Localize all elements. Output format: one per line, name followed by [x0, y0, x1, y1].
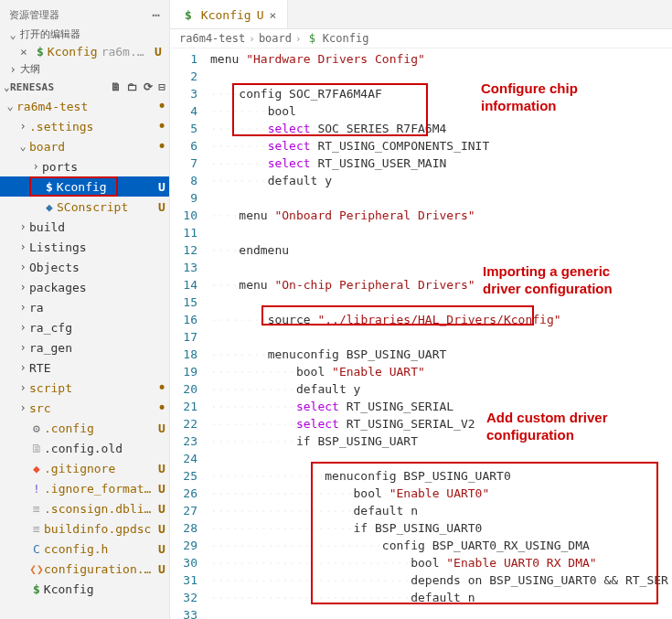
tree-label: ra_gen	[29, 341, 167, 355]
tree-label: .gitignore	[44, 462, 153, 475]
tree-folder[interactable]: ›Listings	[0, 237, 169, 257]
outline-label: 大纲	[20, 62, 40, 76]
tree-label: RTE	[29, 361, 167, 375]
tree-label: board	[29, 140, 153, 154]
more-actions-icon[interactable]: ⋯	[153, 7, 160, 22]
crumb[interactable]: Kconfig	[323, 32, 369, 45]
tree-file[interactable]: ◆ SConscript U	[0, 197, 169, 217]
git-status-badge: U	[156, 542, 167, 556]
tree-folder[interactable]: ›ra	[0, 297, 169, 317]
git-status-badge: •	[156, 383, 167, 392]
chevron-right-icon: ›	[16, 120, 29, 133]
open-editors-header[interactable]: ⌄ 打开的编辑器	[0, 26, 169, 43]
tab-kconfig[interactable]: $ Kconfig U ×	[170, 0, 288, 28]
tree-label: .sconsign.dblite	[44, 502, 153, 516]
file-icon: ≡	[29, 502, 44, 516]
chevron-right-icon: ›	[16, 301, 29, 314]
tree-label: SConscript	[57, 200, 153, 214]
tree-folder-root[interactable]: ⌄ ra6m4-test •	[0, 96, 169, 116]
outline-header[interactable]: › 大纲	[0, 60, 169, 78]
git-status-badge: U	[156, 482, 167, 496]
chevron-right-icon: ›	[295, 33, 302, 45]
file-icon: 🗎	[29, 442, 44, 455]
chevron-down-icon: ⌄	[4, 100, 16, 112]
git-status-badge: •	[156, 142, 167, 151]
chevron-right-icon: ›	[16, 341, 29, 354]
refresh-icon[interactable]: ⟳	[144, 80, 153, 93]
project-name: RENESAS	[10, 81, 54, 93]
open-file-path: ra6m...	[101, 45, 149, 59]
new-folder-icon[interactable]: 🗀	[127, 80, 138, 93]
file-icon: ≡	[29, 522, 44, 536]
file-icon: $	[309, 32, 315, 45]
tree-label: ports	[42, 160, 167, 174]
git-icon: ◆	[29, 462, 44, 475]
breadcrumb[interactable]: ra6m4-test › board › $ Kconfig	[170, 29, 672, 48]
tree-file[interactable]: ⚙.configU	[0, 418, 169, 438]
yaml-icon: !	[29, 482, 44, 496]
tree-file[interactable]: Ccconfig.hU	[0, 539, 169, 559]
chevron-right-icon: ›	[5, 63, 20, 76]
tree-label: configuration.xml	[44, 562, 153, 576]
git-status-badge: U	[156, 502, 167, 516]
open-editor-item[interactable]: × $ Kconfig ra6m... U	[0, 43, 169, 60]
tree-folder[interactable]: ›script•	[0, 378, 169, 398]
tree-label: .settings	[29, 120, 153, 133]
tree-label: src	[29, 401, 153, 415]
chevron-right-icon: ›	[16, 220, 29, 233]
tree-file[interactable]: !.ignore_format.y...U	[0, 478, 169, 498]
tree-folder[interactable]: ›Objects	[0, 257, 169, 277]
tree-file[interactable]: $Kconfig	[0, 579, 169, 599]
chevron-right-icon: ›	[16, 321, 29, 334]
tree-folder[interactable]: ›packages	[0, 277, 169, 297]
project-header[interactable]: ⌄ RENESAS 🗎 🗀 ⟳ ⊟	[0, 78, 169, 96]
git-status-badge: •	[156, 101, 167, 111]
tab-label: Kconfig	[201, 8, 251, 22]
tree-folder[interactable]: › .settings •	[0, 116, 169, 136]
open-editors-label: 打开的编辑器	[20, 27, 80, 41]
tree-file[interactable]: ≡.sconsign.dbliteU	[0, 498, 169, 518]
explorer-title: 资源管理器	[9, 8, 59, 22]
tree-folder[interactable]: ›ra_gen	[0, 337, 169, 358]
collapse-all-icon[interactable]: ⊟	[158, 80, 165, 93]
git-status-badge: U	[156, 180, 167, 194]
tree-label: .ignore_format.y...	[44, 482, 153, 496]
chevron-right-icon: ›	[16, 401, 29, 414]
crumb[interactable]: board	[259, 32, 292, 45]
crumb[interactable]: ra6m4-test	[179, 32, 245, 45]
tree-label: packages	[29, 281, 167, 294]
new-file-icon[interactable]: 🗎	[111, 80, 122, 93]
tree-folder[interactable]: ›ra_cfg	[0, 317, 169, 337]
explorer-sidebar: 资源管理器 ⋯ ⌄ 打开的编辑器 × $ Kconfig ra6m... U ›…	[0, 0, 170, 619]
c-icon: C	[29, 542, 44, 556]
tree-folder[interactable]: ›src•	[0, 398, 169, 418]
tree-label: Listings	[29, 240, 167, 254]
chevron-right-icon: ›	[16, 361, 29, 374]
tree-folder[interactable]: ⌄ board •	[0, 136, 169, 156]
tree-label: ra_cfg	[29, 321, 167, 335]
tree-label: buildinfo.gpdsc	[44, 522, 153, 536]
open-file-name: Kconfig	[48, 45, 98, 59]
tree-label: .config	[44, 422, 153, 435]
line-gutter: 1234567891011121314151617181920212223242…	[170, 48, 210, 619]
close-icon[interactable]: ×	[20, 45, 33, 59]
tree-folder[interactable]: › ports	[0, 156, 169, 176]
chevron-right-icon: ›	[16, 261, 29, 273]
tree-label: script	[29, 381, 153, 395]
tree-file-kconfig[interactable]: $ Kconfig U	[0, 176, 169, 197]
code-editor[interactable]: 1234567891011121314151617181920212223242…	[170, 48, 672, 619]
tree-folder[interactable]: ›RTE	[0, 358, 169, 378]
tree-folder[interactable]: ›build	[0, 217, 169, 237]
git-status-badge: U	[156, 462, 167, 475]
code-content[interactable]: menu "Hardware Drivers Config" ····confi…	[210, 48, 672, 619]
git-status-badge: U	[156, 422, 167, 435]
tab-bar: $ Kconfig U ×	[170, 0, 672, 29]
tree-file[interactable]: 🗎.config.old	[0, 438, 169, 458]
tree-file[interactable]: ◆.gitignoreU	[0, 458, 169, 478]
close-icon[interactable]: ×	[269, 8, 276, 22]
tree-file[interactable]: ≡buildinfo.gpdscU	[0, 518, 169, 539]
file-tree: ⌄ ra6m4-test • › .settings • ⌄ board • ›…	[0, 96, 169, 619]
tree-file[interactable]: ❮❯configuration.xmlU	[0, 559, 169, 579]
gear-icon: ⚙	[29, 422, 44, 435]
chevron-down-icon: ⌄	[5, 28, 20, 41]
